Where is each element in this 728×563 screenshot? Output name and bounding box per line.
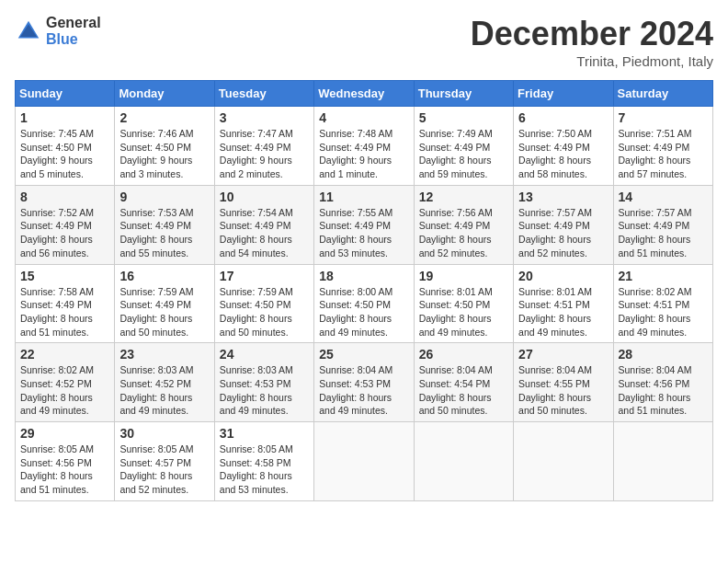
calendar-week-row: 15Sunrise: 7:58 AMSunset: 4:49 PMDayligh… [16, 264, 713, 343]
calendar-day-cell: 2Sunrise: 7:46 AMSunset: 4:50 PMDaylight… [115, 107, 214, 186]
calendar-day-cell: 7Sunrise: 7:51 AMSunset: 4:49 PMDaylight… [613, 107, 712, 186]
logo-blue: Blue [46, 31, 101, 48]
day-number: 19 [419, 269, 508, 283]
day-number: 3 [220, 110, 309, 125]
day-number: 31 [220, 426, 309, 441]
day-info: Sunrise: 7:46 AMSunset: 4:50 PMDaylight:… [119, 128, 193, 179]
day-info: Sunrise: 7:49 AMSunset: 4:49 PMDaylight:… [419, 128, 493, 179]
day-number: 24 [220, 347, 309, 362]
day-info: Sunrise: 8:05 AMSunset: 4:57 PMDaylight:… [119, 443, 193, 495]
day-info: Sunrise: 8:04 AMSunset: 4:53 PMDaylight:… [319, 364, 392, 416]
day-info: Sunrise: 8:02 AMSunset: 4:52 PMDaylight:… [20, 364, 94, 416]
calendar-day-cell: 28Sunrise: 8:04 AMSunset: 4:56 PMDayligh… [613, 343, 712, 422]
day-number: 15 [20, 269, 109, 283]
day-info: Sunrise: 8:02 AMSunset: 4:51 PMDaylight:… [619, 286, 692, 338]
calendar-day-cell: 20Sunrise: 8:01 AMSunset: 4:51 PMDayligh… [514, 264, 613, 343]
day-info: Sunrise: 8:01 AMSunset: 4:50 PMDaylight:… [419, 286, 493, 338]
day-number: 9 [119, 190, 209, 204]
day-number: 5 [419, 110, 508, 125]
calendar-week-row: 22Sunrise: 8:02 AMSunset: 4:52 PMDayligh… [16, 343, 713, 422]
day-number: 30 [119, 426, 209, 441]
day-number: 20 [518, 269, 608, 283]
day-number: 18 [319, 269, 408, 283]
day-info: Sunrise: 7:53 AMSunset: 4:49 PMDaylight:… [119, 207, 193, 259]
calendar-day-cell [314, 422, 414, 501]
calendar-day-cell: 9Sunrise: 7:53 AMSunset: 4:49 PMDaylight… [115, 185, 214, 264]
calendar-week-row: 8Sunrise: 7:52 AMSunset: 4:49 PMDaylight… [16, 185, 713, 264]
day-info: Sunrise: 7:54 AMSunset: 4:49 PMDaylight:… [220, 207, 293, 259]
calendar-day-cell: 14Sunrise: 7:57 AMSunset: 4:49 PMDayligh… [613, 185, 712, 264]
day-info: Sunrise: 7:57 AMSunset: 4:49 PMDaylight:… [619, 207, 692, 259]
calendar-day-cell: 12Sunrise: 7:56 AMSunset: 4:49 PMDayligh… [414, 185, 513, 264]
logo: General Blue [15, 15, 101, 47]
weekday-header: Thursday [414, 81, 513, 107]
day-info: Sunrise: 7:59 AMSunset: 4:49 PMDaylight:… [119, 286, 193, 338]
day-info: Sunrise: 8:05 AMSunset: 4:56 PMDaylight:… [20, 443, 94, 495]
logo-general: General [46, 15, 101, 31]
calendar-day-cell: 3Sunrise: 7:47 AMSunset: 4:49 PMDaylight… [214, 107, 313, 186]
day-info: Sunrise: 8:03 AMSunset: 4:53 PMDaylight:… [220, 364, 293, 416]
weekday-header: Saturday [613, 81, 712, 107]
calendar-day-cell: 5Sunrise: 7:49 AMSunset: 4:49 PMDaylight… [414, 107, 513, 186]
calendar-day-cell: 24Sunrise: 8:03 AMSunset: 4:53 PMDayligh… [214, 343, 313, 422]
calendar-day-cell: 19Sunrise: 8:01 AMSunset: 4:50 PMDayligh… [414, 264, 513, 343]
calendar-day-cell [414, 422, 513, 501]
day-number: 1 [20, 110, 109, 125]
calendar-day-cell: 8Sunrise: 7:52 AMSunset: 4:49 PMDaylight… [16, 185, 115, 264]
day-number: 28 [619, 347, 708, 362]
day-number: 10 [220, 190, 309, 204]
day-number: 4 [319, 110, 408, 125]
day-number: 17 [220, 269, 309, 283]
day-info: Sunrise: 7:47 AMSunset: 4:49 PMDaylight:… [220, 128, 293, 179]
day-number: 11 [319, 190, 408, 204]
calendar-week-row: 29Sunrise: 8:05 AMSunset: 4:56 PMDayligh… [16, 422, 713, 501]
title-block: December 2024 Trinita, Piedmont, Italy [471, 15, 713, 69]
calendar-day-cell: 30Sunrise: 8:05 AMSunset: 4:57 PMDayligh… [115, 422, 214, 501]
calendar-day-cell: 17Sunrise: 7:59 AMSunset: 4:50 PMDayligh… [214, 264, 313, 343]
calendar-day-cell: 6Sunrise: 7:50 AMSunset: 4:49 PMDaylight… [514, 107, 613, 186]
day-info: Sunrise: 7:58 AMSunset: 4:49 PMDaylight:… [20, 286, 94, 338]
day-number: 23 [119, 347, 209, 362]
day-number: 2 [119, 110, 209, 125]
calendar-week-row: 1Sunrise: 7:45 AMSunset: 4:50 PMDaylight… [16, 107, 713, 186]
day-info: Sunrise: 7:59 AMSunset: 4:50 PMDaylight:… [220, 286, 293, 338]
day-number: 25 [319, 347, 408, 362]
day-info: Sunrise: 7:48 AMSunset: 4:49 PMDaylight:… [319, 128, 392, 179]
calendar-day-cell: 25Sunrise: 8:04 AMSunset: 4:53 PMDayligh… [314, 343, 414, 422]
day-info: Sunrise: 7:55 AMSunset: 4:49 PMDaylight:… [319, 207, 392, 259]
calendar-day-cell: 18Sunrise: 8:00 AMSunset: 4:50 PMDayligh… [314, 264, 414, 343]
calendar-day-cell: 1Sunrise: 7:45 AMSunset: 4:50 PMDaylight… [16, 107, 115, 186]
calendar-day-cell: 15Sunrise: 7:58 AMSunset: 4:49 PMDayligh… [16, 264, 115, 343]
day-info: Sunrise: 7:50 AMSunset: 4:49 PMDaylight:… [518, 128, 592, 179]
day-info: Sunrise: 8:03 AMSunset: 4:52 PMDaylight:… [119, 364, 193, 416]
day-info: Sunrise: 7:56 AMSunset: 4:49 PMDaylight:… [419, 207, 493, 259]
day-number: 7 [619, 110, 708, 125]
calendar-day-cell: 4Sunrise: 7:48 AMSunset: 4:49 PMDaylight… [314, 107, 414, 186]
weekday-header: Sunday [16, 81, 115, 107]
logo-text: General Blue [46, 15, 101, 47]
calendar-day-cell: 22Sunrise: 8:02 AMSunset: 4:52 PMDayligh… [16, 343, 115, 422]
calendar-day-cell: 21Sunrise: 8:02 AMSunset: 4:51 PMDayligh… [613, 264, 712, 343]
calendar-day-cell: 11Sunrise: 7:55 AMSunset: 4:49 PMDayligh… [314, 185, 414, 264]
calendar-day-cell [613, 422, 712, 501]
calendar-day-cell: 16Sunrise: 7:59 AMSunset: 4:49 PMDayligh… [115, 264, 214, 343]
day-info: Sunrise: 8:04 AMSunset: 4:56 PMDaylight:… [619, 364, 692, 416]
calendar-table: SundayMondayTuesdayWednesdayThursdayFrid… [15, 80, 713, 501]
calendar-day-cell: 23Sunrise: 8:03 AMSunset: 4:52 PMDayligh… [115, 343, 214, 422]
month-title: December 2024 [471, 15, 713, 53]
day-number: 21 [619, 269, 708, 283]
weekday-header: Wednesday [314, 81, 414, 107]
day-number: 12 [419, 190, 508, 204]
day-number: 27 [518, 347, 608, 362]
day-number: 16 [119, 269, 209, 283]
day-number: 13 [518, 190, 608, 204]
location-subtitle: Trinita, Piedmont, Italy [471, 53, 713, 69]
day-info: Sunrise: 8:01 AMSunset: 4:51 PMDaylight:… [518, 286, 592, 338]
calendar-day-cell: 29Sunrise: 8:05 AMSunset: 4:56 PMDayligh… [16, 422, 115, 501]
calendar-day-cell: 27Sunrise: 8:04 AMSunset: 4:55 PMDayligh… [514, 343, 613, 422]
calendar-day-cell: 10Sunrise: 7:54 AMSunset: 4:49 PMDayligh… [214, 185, 313, 264]
calendar-day-cell: 26Sunrise: 8:04 AMSunset: 4:54 PMDayligh… [414, 343, 513, 422]
weekday-header: Monday [115, 81, 214, 107]
day-number: 29 [20, 426, 109, 441]
calendar-day-cell [514, 422, 613, 501]
